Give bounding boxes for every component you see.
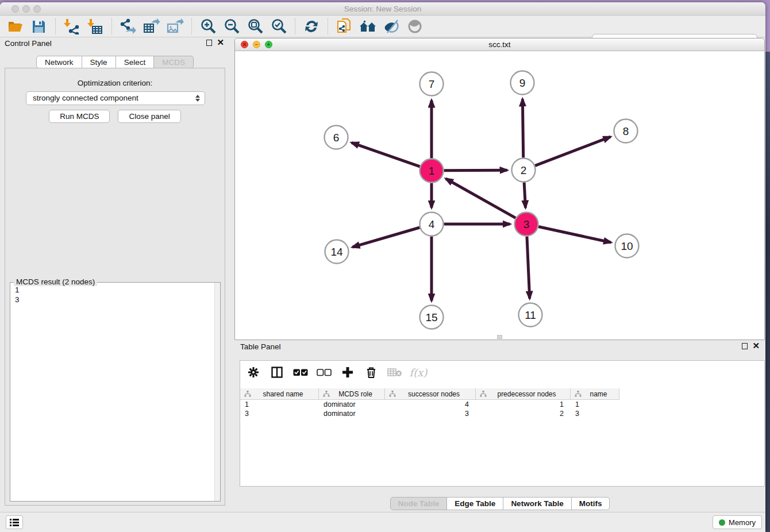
close-table-panel-icon[interactable]: ✕ [752, 342, 760, 349]
toolbar-separator [55, 18, 56, 34]
memory-button[interactable]: Memory [713, 515, 762, 529]
close-panel-icon[interactable]: ✕ [217, 39, 224, 46]
column-label: successor nodes [396, 390, 475, 398]
delete-column-icon[interactable] [364, 365, 379, 380]
delete-table-icon [387, 365, 402, 380]
table-cell[interactable]: 1 [240, 400, 319, 410]
node-3-dominator[interactable]: 3 [515, 213, 538, 236]
edge-1-6[interactable] [352, 142, 420, 167]
float-panel-icon[interactable] [206, 40, 212, 46]
export-image-icon[interactable] [165, 18, 184, 35]
task-history-button[interactable] [6, 515, 23, 529]
splitpane-handle[interactable] [497, 335, 502, 339]
table-header-row: shared nameMCDS rolesuccessor nodesprede… [240, 388, 619, 400]
table-row[interactable]: 3dominator323 [240, 410, 764, 419]
edge-2-9[interactable] [522, 99, 523, 157]
mcds-result-value: 3 [15, 295, 213, 304]
status-bar: Memory [0, 512, 765, 532]
tab-motifs[interactable]: Motifs [572, 497, 610, 510]
column-header-predecessor-nodes[interactable]: predecessor nodes [476, 388, 571, 399]
optimization-criterion-label: Optimization criterion: [5, 79, 225, 87]
table-cell[interactable]: dominator [319, 400, 385, 410]
edge-4-14[interactable] [352, 228, 419, 247]
node-7[interactable]: 7 [420, 72, 444, 96]
mcds-result-values: 13 [12, 285, 213, 499]
selected-criterion: strongly connected component [33, 94, 138, 102]
add-column-icon[interactable] [340, 365, 355, 380]
edge-3-10[interactable] [538, 227, 611, 242]
table-cell[interactable]: 1 [571, 400, 619, 410]
column-header-name[interactable]: name [571, 388, 619, 399]
import-network-icon[interactable] [62, 18, 81, 35]
export-table-icon[interactable] [142, 18, 161, 35]
save-icon[interactable] [29, 18, 48, 35]
toolbar-separator [111, 18, 112, 34]
first-neighbors-icon[interactable] [358, 18, 377, 35]
zoom-fit-icon[interactable] [245, 18, 264, 35]
open-folder-icon[interactable] [6, 18, 25, 35]
result-scrollbar[interactable] [214, 283, 220, 501]
tab-mcds[interactable]: MCDS [154, 56, 194, 68]
tab-node-table[interactable]: Node Table [390, 497, 448, 510]
optimization-criterion-select[interactable]: strongly connected component [26, 91, 205, 105]
node-label: 3 [523, 218, 530, 230]
close-panel-button[interactable]: Close panel [118, 110, 180, 123]
app-title: Session: New Session [0, 5, 765, 13]
refresh-layout-icon[interactable] [302, 18, 321, 35]
select-all-icon[interactable] [293, 365, 308, 380]
control-tabs: NetworkStyleSelectMCDS [2, 56, 228, 68]
edge-2-3[interactable] [524, 182, 525, 207]
edge-2-8[interactable] [535, 137, 610, 165]
table-cell[interactable]: 2 [476, 410, 571, 419]
edge-3-1[interactable] [446, 179, 515, 218]
show-graphics-details-icon[interactable] [382, 18, 401, 35]
network-window-titlebar: × − + scc.txt [235, 38, 764, 51]
node-10[interactable]: 10 [615, 234, 639, 258]
table-cell[interactable]: 4 [385, 400, 476, 410]
run-mcds-button[interactable]: Run MCDS [49, 110, 110, 123]
zoom-in-icon[interactable] [198, 18, 217, 35]
node-4[interactable]: 4 [420, 213, 444, 236]
node-6[interactable]: 6 [325, 126, 348, 149]
settings-gear-icon[interactable] [246, 365, 261, 380]
zoom-selected-icon[interactable] [269, 18, 288, 35]
table-cell[interactable]: 1 [476, 400, 571, 410]
column-header-successor-nodes[interactable]: successor nodes [385, 388, 476, 399]
edge-1-2[interactable] [444, 170, 507, 171]
table-row[interactable]: 1dominator411 [240, 400, 764, 410]
node-1-dominator[interactable]: 1 [420, 159, 444, 183]
tab-network-table[interactable]: Network Table [503, 497, 571, 510]
export-network-icon[interactable] [118, 18, 137, 35]
node-label: 7 [429, 78, 435, 90]
tab-select[interactable]: Select [116, 56, 155, 68]
table-cell[interactable]: 3 [385, 410, 476, 419]
bird-eye-view-icon[interactable] [405, 18, 424, 35]
clone-network-icon[interactable] [334, 18, 353, 35]
zoom-out-icon[interactable] [222, 18, 241, 35]
node-label: 6 [333, 132, 340, 144]
table-cell[interactable]: dominator [319, 410, 385, 419]
tab-edge-table[interactable]: Edge Table [447, 497, 503, 510]
import-table-icon[interactable] [86, 18, 105, 35]
node-14[interactable]: 14 [325, 240, 349, 264]
toolbar-separator [328, 18, 328, 34]
network-canvas[interactable]: 7968124314101511 [235, 51, 764, 340]
node-2[interactable]: 2 [512, 159, 536, 182]
toggle-panels-icon[interactable] [270, 365, 284, 380]
column-header-shared-name[interactable]: shared name [240, 388, 319, 399]
edge-3-11[interactable] [527, 236, 530, 298]
node-8[interactable]: 8 [614, 119, 638, 143]
table-cell[interactable]: 3 [240, 410, 319, 419]
deselect-all-icon[interactable] [317, 365, 332, 380]
float-table-panel-icon[interactable] [742, 343, 748, 349]
table-cell[interactable]: 3 [571, 410, 619, 419]
node-11[interactable]: 11 [519, 303, 542, 327]
main-toolbar [0, 16, 765, 37]
column-type-icon [244, 391, 251, 397]
tab-network[interactable]: Network [36, 56, 82, 68]
column-header-MCDS-role[interactable]: MCDS role [319, 388, 385, 399]
node-9[interactable]: 9 [511, 71, 534, 95]
node-15[interactable]: 15 [420, 306, 444, 329]
node-label: 14 [330, 246, 343, 258]
tab-style[interactable]: Style [82, 56, 116, 68]
